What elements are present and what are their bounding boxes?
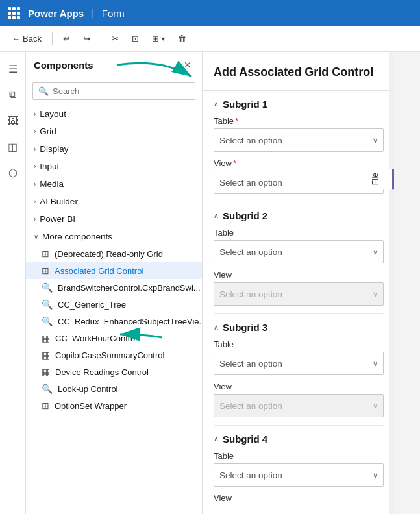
optionset-icon: ⊞ — [42, 400, 49, 411]
item-cc-generic-tree[interactable]: 🔍 CC_Generic_Tree — [26, 296, 202, 313]
panel-content: ∧ Subgrid 1 Table* Select an option ∨ Vi… — [203, 91, 394, 514]
add-grid-control-panel: Add Associated Grid Control ∧ Subgrid 1 … — [203, 52, 394, 514]
file-tab[interactable]: File — [368, 169, 394, 189]
cc-redux-icon: 🔍 — [42, 316, 53, 326]
subgrid-2-title: Subgrid 2 — [223, 210, 267, 221]
app-grid-icon[interactable] — [8, 7, 20, 19]
subgrid-4-section: ∧ Subgrid 4 Table Select an option ∨ Vie… — [214, 434, 384, 503]
redo-button[interactable]: ↪ — [78, 31, 95, 46]
item-brand-switcher[interactable]: 🔍 BrandSwitcherControl.CxpBrandSwi... — [26, 279, 202, 296]
table-4-label: Table — [214, 451, 384, 461]
item-device-readings-label: Device Readings Control — [55, 367, 149, 377]
view-2-placeholder: Select an option — [219, 289, 282, 299]
item-cc-workhour-label: CC_WorkHourControl — [55, 334, 137, 343]
table-4-placeholder: Select an option — [219, 471, 282, 480]
subgrid-2-chevron-icon: ∧ — [214, 212, 219, 220]
table-3-dropdown[interactable]: Select an option ∨ — [214, 352, 384, 375]
top-bar: Power Apps | Form — [0, 0, 420, 26]
subgrid-2-section: ∧ Subgrid 2 Table Select an option ∨ Vie… — [214, 210, 384, 306]
paste-dropdown-button[interactable]: ⊞ ▾ — [147, 31, 170, 46]
toolbar-separator-2 — [101, 32, 101, 45]
components-panel: Components ✕ 🔍 › Layout › Grid › Display… — [26, 52, 203, 514]
media-chevron-icon: › — [34, 180, 36, 188]
category-media[interactable]: › Media — [26, 175, 202, 193]
table-4-chevron-down-icon: ∨ — [373, 471, 378, 480]
table-1-chevron-down-icon: ∨ — [373, 136, 378, 145]
app-name: Power Apps — [28, 8, 84, 19]
table-2-field: Table Select an option ∨ — [214, 228, 384, 263]
divider-3-4 — [214, 425, 384, 426]
category-display-label: Display — [40, 144, 68, 154]
panel-header: Add Associated Grid Control — [203, 52, 394, 91]
category-layout[interactable]: › Layout — [26, 105, 202, 123]
back-label: Back — [23, 34, 42, 43]
copy-button[interactable]: ⊡ — [127, 31, 144, 46]
undo-button[interactable]: ↩ — [58, 31, 75, 46]
category-display[interactable]: › Display — [26, 140, 202, 158]
table-4-field: Table Select an option ∨ — [214, 451, 384, 487]
scrollbar-track[interactable] — [389, 52, 394, 514]
subgrid-4-chevron-icon: ∧ — [214, 435, 219, 443]
table-1-dropdown[interactable]: Select an option ∨ — [214, 128, 384, 152]
item-copilot[interactable]: ▦ CopilotCaseSummaryControl — [26, 347, 202, 363]
table-2-dropdown[interactable]: Select an option ∨ — [214, 240, 384, 263]
item-cc-workhour[interactable]: ▦ CC_WorkHourControl — [26, 330, 202, 347]
table-3-placeholder: Select an option — [219, 359, 282, 369]
icon-bar-image[interactable]: 🖼 — [1, 109, 25, 132]
item-deprecated-grid[interactable]: ⊞ (Deprecated) Read-only Grid — [26, 245, 202, 262]
divider-2-3 — [214, 313, 384, 314]
category-power-bi[interactable]: › Power BI — [26, 210, 202, 228]
table-2-placeholder: Select an option — [219, 247, 282, 257]
undo-icon: ↩ — [63, 34, 70, 43]
table-1-label: Table* — [214, 116, 384, 126]
view-1-required-indicator: * — [233, 158, 236, 168]
item-lookup[interactable]: 🔍 Look-up Control — [26, 380, 202, 397]
category-grid[interactable]: › Grid — [26, 123, 202, 140]
display-chevron-icon: › — [34, 145, 36, 153]
input-chevron-icon: › — [34, 163, 36, 170]
icon-bar-node[interactable]: ⬡ — [1, 161, 25, 184]
components-list: › Layout › Grid › Display › Input › Medi… — [26, 105, 202, 514]
subgrid-2-header[interactable]: ∧ Subgrid 2 — [214, 210, 384, 221]
category-more-components[interactable]: ∨ More components — [26, 228, 202, 245]
view-1-dropdown[interactable]: Select an option ∨ — [214, 171, 384, 194]
item-associated-grid-label: Associated Grid Control — [55, 266, 143, 276]
search-icon: 🔍 — [38, 86, 49, 96]
view-4-field: View — [214, 493, 384, 503]
subgrid-3-header[interactable]: ∧ Subgrid 3 — [214, 322, 384, 333]
table-1-field: Table* Select an option ∨ — [214, 116, 384, 152]
category-ai-builder[interactable]: › AI Builder — [26, 193, 202, 210]
item-brand-switcher-label: BrandSwitcherControl.CxpBrandSwi... — [58, 283, 201, 293]
search-input[interactable] — [53, 86, 190, 96]
table-1-required-indicator: * — [235, 116, 238, 126]
toolbar: ← Back ↩ ↪ ✂ ⊡ ⊞ ▾ 🗑 — [0, 26, 420, 52]
cut-button[interactable]: ✂ — [106, 31, 124, 46]
view-4-label: View — [214, 493, 384, 503]
back-button[interactable]: ← Back — [6, 31, 47, 46]
subgrid-1-header[interactable]: ∧ Subgrid 1 — [214, 99, 384, 110]
item-optionset[interactable]: ⊞ OptionSet Wrapper — [26, 397, 202, 414]
table-4-dropdown[interactable]: Select an option ∨ — [214, 463, 384, 487]
components-close-button[interactable]: ✕ — [181, 58, 194, 71]
item-cc-redux[interactable]: 🔍 CC_Redux_EnhancedSubjectTreeVie... — [26, 313, 202, 330]
layout-chevron-icon: › — [34, 110, 36, 117]
icon-bar-layers2[interactable]: ◫ — [1, 135, 25, 158]
file-tab-label: File — [371, 173, 380, 185]
icon-bar-layers[interactable]: ⧉ — [1, 83, 25, 106]
category-input[interactable]: › Input — [26, 158, 202, 175]
item-associated-grid[interactable]: ⊞ Associated Grid Control — [26, 262, 202, 279]
view-2-chevron-down-icon: ∨ — [373, 290, 378, 299]
subgrid-4-header[interactable]: ∧ Subgrid 4 — [214, 434, 384, 445]
item-device-readings[interactable]: ▦ Device Readings Control — [26, 363, 202, 380]
more-components-chevron-icon: ∨ — [34, 233, 38, 240]
device-readings-icon: ▦ — [42, 367, 50, 377]
table-3-field: Table Select an option ∨ — [214, 339, 384, 375]
grid-chevron-icon: › — [34, 128, 36, 135]
item-lookup-label: Look-up Control — [58, 384, 118, 394]
subgrid-3-chevron-icon: ∧ — [214, 323, 219, 332]
view-3-placeholder: Select an option — [219, 401, 282, 411]
category-input-label: Input — [40, 162, 59, 171]
icon-bar-menu[interactable]: ☰ — [1, 57, 25, 80]
delete-button[interactable]: 🗑 — [173, 31, 191, 46]
subgrid-1-section: ∧ Subgrid 1 Table* Select an option ∨ Vi… — [214, 99, 384, 194]
